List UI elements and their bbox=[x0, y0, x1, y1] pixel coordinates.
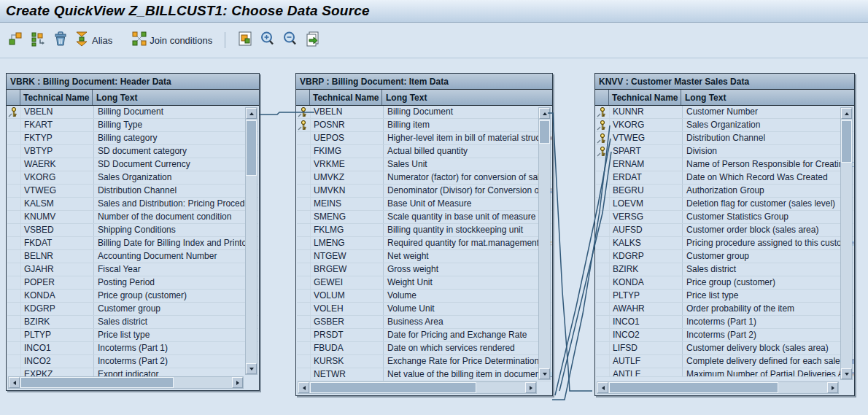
table-row[interactable]: VOLUMVolume bbox=[297, 290, 551, 303]
table-row[interactable]: INCO1Incoterms (Part 1) bbox=[7, 342, 258, 355]
table-row[interactable]: UMVKZNumerator (factor) for conversion o… bbox=[297, 171, 551, 185]
table-row[interactable]: FBUDADate on which services rendered bbox=[297, 342, 551, 355]
panel-title-bar[interactable]: VBRK : Billing Document: Header Data bbox=[7, 74, 259, 90]
display-options-button[interactable] bbox=[236, 31, 255, 50]
table-row[interactable]: BRGEWGross weight bbox=[297, 263, 551, 276]
table-row[interactable]: UEPOSHigher-level item in bill of materi… bbox=[297, 132, 551, 145]
table-row[interactable]: FKLMGBilling quantity in stockkeeping un… bbox=[297, 224, 551, 237]
col-long-text[interactable]: Long Text bbox=[382, 90, 552, 105]
zoom-out-button[interactable] bbox=[281, 31, 300, 50]
insert-table-button[interactable] bbox=[6, 31, 25, 50]
table-row[interactable]: PLTYPPrice list type bbox=[596, 290, 853, 303]
hscroll-thumb[interactable] bbox=[20, 377, 174, 388]
delete-table-button[interactable] bbox=[51, 31, 70, 50]
table-row[interactable]: MEINSBase Unit of Measure bbox=[297, 198, 551, 211]
table-row[interactable]: VTWEGDistribution Channel bbox=[596, 132, 853, 145]
table-row[interactable]: BEGRUAuthorization Group bbox=[596, 185, 853, 198]
col-technical-name[interactable]: Technical Name bbox=[608, 90, 681, 105]
arrange-tables-button[interactable] bbox=[28, 31, 47, 50]
col-long-text[interactable]: Long Text bbox=[681, 90, 854, 105]
hscroll-thumb[interactable] bbox=[310, 382, 476, 393]
panel-title-bar[interactable]: KNVV : Customer Master Sales Data bbox=[595, 74, 854, 90]
table-row[interactable]: WAERKSD Document Currency bbox=[7, 158, 258, 171]
vscroll-thumb[interactable] bbox=[539, 120, 550, 144]
zoom-in-button[interactable] bbox=[258, 31, 277, 50]
table-row[interactable]: AWAHROrder probability of the item bbox=[596, 303, 853, 316]
col-technical-name[interactable]: Technical Name bbox=[309, 90, 382, 105]
table-row[interactable]: VBELNBilling Document bbox=[297, 106, 551, 119]
horizontal-scrollbar[interactable] bbox=[298, 381, 537, 394]
table-row[interactable]: GSBERBusiness Area bbox=[297, 316, 551, 329]
vscroll-thumb[interactable] bbox=[841, 120, 852, 163]
table-row[interactable]: VKORGSales Organization bbox=[7, 171, 258, 185]
table-row[interactable]: LMENGRequired quantity for mat.managemen… bbox=[297, 237, 551, 250]
vertical-scrollbar[interactable] bbox=[840, 107, 853, 380]
table-row[interactable]: KNUMVNumber of the document condition bbox=[7, 211, 258, 224]
table-row[interactable]: FKDATBilling Date for Billing Index and … bbox=[7, 237, 258, 250]
table-row[interactable]: PRSDTDate for Pricing and Exchange Rate bbox=[297, 329, 551, 342]
col-long-text[interactable]: Long Text bbox=[93, 90, 259, 105]
table-row[interactable]: VBELNBilling Document bbox=[7, 106, 258, 119]
hscroll-thumb[interactable] bbox=[609, 382, 778, 393]
scroll-right-button[interactable] bbox=[827, 382, 838, 393]
table-row[interactable]: VKORGSales Organization bbox=[596, 119, 853, 132]
horizontal-scrollbar[interactable] bbox=[597, 381, 839, 394]
panel-title-bar[interactable]: VBRP : Billing Document: Item Data bbox=[296, 74, 552, 90]
table-row[interactable]: KURSKExchange Rate for Price Determinati… bbox=[297, 355, 551, 368]
table-row[interactable]: KALSMSales and Distribution: Pricing Pro… bbox=[7, 198, 258, 211]
table-row[interactable]: EXPKZExport indicator bbox=[7, 368, 258, 376]
scroll-down-button[interactable] bbox=[246, 363, 257, 374]
scroll-up-button[interactable] bbox=[841, 108, 852, 119]
table-row[interactable]: VBTYPSD document category bbox=[7, 145, 258, 158]
table-row[interactable]: FKARTBilling Type bbox=[7, 119, 258, 132]
scroll-up-button[interactable] bbox=[539, 108, 550, 119]
scroll-left-button[interactable] bbox=[298, 382, 309, 393]
table-row[interactable]: KDGRPCustomer group bbox=[7, 303, 258, 316]
table-row[interactable]: NETWRNet value of the billing item in do… bbox=[297, 368, 551, 381]
table-row[interactable]: LIFSDCustomer delivery block (sales area… bbox=[596, 342, 853, 355]
col-technical-name[interactable]: Technical Name bbox=[20, 90, 93, 105]
table-row[interactable]: KUNNRCustomer Number bbox=[596, 106, 853, 119]
table-row[interactable]: INCO2Incoterms (Part 2) bbox=[7, 355, 258, 368]
table-row[interactable]: LOEVMDeletion flag for customer (sales l… bbox=[596, 198, 853, 211]
table-row[interactable]: POSNRBilling item bbox=[297, 119, 551, 132]
table-row[interactable]: VSBEDShipping Conditions bbox=[7, 224, 258, 237]
horizontal-scrollbar[interactable] bbox=[8, 376, 244, 389]
table-row[interactable]: INCO2Incoterms (Part 2) bbox=[596, 329, 853, 342]
table-row[interactable]: VOLEHVolume Unit bbox=[297, 303, 551, 316]
table-row[interactable]: GJAHRFiscal Year bbox=[7, 263, 258, 276]
vertical-scrollbar[interactable] bbox=[538, 107, 551, 380]
scroll-down-button[interactable] bbox=[841, 368, 852, 379]
export-button[interactable] bbox=[303, 31, 322, 50]
table-row[interactable]: KDGRPCustomer group bbox=[596, 250, 853, 263]
scroll-right-button[interactable] bbox=[232, 377, 243, 388]
table-row[interactable]: FKIMGActual billed quantity bbox=[297, 145, 551, 158]
table-row[interactable]: GEWEIWeight Unit bbox=[297, 276, 551, 290]
table-row[interactable]: KONDAPrice group (customer) bbox=[7, 290, 258, 303]
vertical-scrollbar[interactable] bbox=[245, 107, 257, 375]
table-row[interactable]: NTGEWNet weight bbox=[297, 250, 551, 263]
table-row[interactable]: BZIRKSales district bbox=[7, 316, 258, 329]
scroll-left-button[interactable] bbox=[9, 377, 20, 388]
scroll-up-button[interactable] bbox=[246, 108, 257, 119]
join-conditions-button[interactable]: Join conditions bbox=[131, 31, 214, 50]
table-row[interactable]: BZIRKSales district bbox=[596, 263, 853, 276]
table-row[interactable]: BELNRAccounting Document Number bbox=[7, 250, 258, 263]
table-row[interactable]: KALKSPricing procedure assigned to this … bbox=[596, 237, 853, 250]
table-row[interactable]: VTWEGDistribution Channel bbox=[7, 185, 258, 198]
table-row[interactable]: UMVKNDenominator (Divisor) for Conversio… bbox=[297, 185, 551, 198]
table-row[interactable]: PLTYPPrice list type bbox=[7, 329, 258, 342]
table-row[interactable]: ANTLFMaximum Number of Partial Deliverie… bbox=[596, 368, 853, 377]
table-row[interactable]: FKTYPBilling category bbox=[7, 132, 258, 145]
table-row[interactable]: INCO1Incoterms (Part 1) bbox=[596, 316, 853, 329]
vscroll-thumb[interactable] bbox=[246, 120, 257, 176]
table-row[interactable]: POPERPosting Period bbox=[7, 276, 258, 290]
table-row[interactable]: VRKMESales Unit bbox=[297, 158, 551, 171]
scroll-left-button[interactable] bbox=[597, 382, 608, 393]
table-row[interactable]: AUTLFComplete delivery defined for each … bbox=[596, 355, 853, 368]
alias-button[interactable]: Alias bbox=[74, 31, 115, 50]
scroll-down-button[interactable] bbox=[539, 368, 550, 379]
table-row[interactable]: VERSGCustomer Statistics Group bbox=[596, 211, 853, 224]
table-row[interactable]: KONDAPrice group (customer) bbox=[596, 276, 853, 290]
table-row[interactable]: SMENGScale quantity in base unit of meas… bbox=[297, 211, 551, 224]
